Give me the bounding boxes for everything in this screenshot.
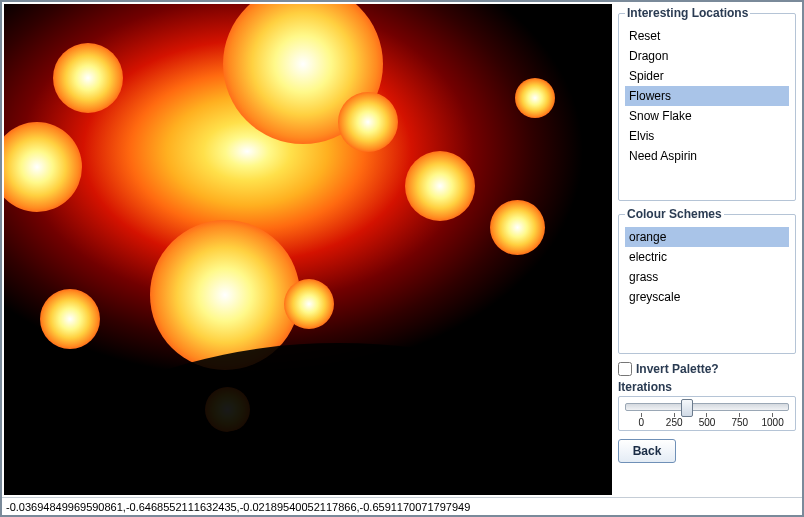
iterations-ticks: 02505007501000	[625, 413, 789, 428]
colour-item[interactable]: orange	[625, 227, 789, 247]
colour-item[interactable]: grass	[625, 267, 789, 287]
controls-block: Invert Palette? Iterations 0250500750100…	[618, 360, 796, 463]
fractal-glow	[284, 279, 334, 329]
location-item[interactable]: Snow Flake	[625, 106, 789, 126]
fractal-canvas[interactable]	[4, 4, 612, 495]
locations-group: Interesting Locations ResetDragonSpiderF…	[618, 6, 796, 201]
colours-listbox[interactable]: orangeelectricgrassgreyscale	[625, 227, 789, 347]
location-item[interactable]: Spider	[625, 66, 789, 86]
colours-title: Colour Schemes	[625, 207, 724, 221]
location-item[interactable]: Dragon	[625, 46, 789, 66]
invert-row: Invert Palette?	[618, 362, 796, 376]
iterations-slider[interactable]	[625, 403, 789, 411]
tick-label: 750	[723, 413, 756, 428]
back-button[interactable]: Back	[618, 439, 676, 463]
fractal-glow	[338, 92, 398, 152]
colour-item[interactable]: electric	[625, 247, 789, 267]
location-item[interactable]: Need Aspirin	[625, 146, 789, 166]
tick-label: 500	[691, 413, 724, 428]
fractal-glow	[53, 43, 123, 113]
tick-label: 0	[625, 413, 658, 428]
colour-item[interactable]: greyscale	[625, 287, 789, 307]
location-item[interactable]: Reset	[625, 26, 789, 46]
locations-title: Interesting Locations	[625, 6, 750, 20]
invert-label: Invert Palette?	[636, 362, 719, 376]
status-bar: -0.03694849969590861,-0.6468552111632435…	[2, 497, 802, 515]
fractal-glow	[490, 200, 545, 255]
fractal-glow	[4, 122, 82, 212]
invert-checkbox[interactable]	[618, 362, 632, 376]
fractal-glow	[515, 78, 555, 118]
iterations-slider-wrap: 02505007501000	[618, 396, 796, 431]
coordinates-readout: -0.03694849969590861,-0.6468552111632435…	[6, 501, 470, 513]
iterations-thumb[interactable]	[681, 399, 693, 417]
iterations-label: Iterations	[618, 380, 796, 394]
fractal-glow	[40, 289, 100, 349]
fractal-glow	[405, 151, 475, 221]
locations-listbox[interactable]: ResetDragonSpiderFlowersSnow FlakeElvisN…	[625, 26, 789, 194]
location-item[interactable]: Flowers	[625, 86, 789, 106]
app-window: Interesting Locations ResetDragonSpiderF…	[0, 0, 804, 517]
sidebar: Interesting Locations ResetDragonSpiderF…	[612, 2, 802, 497]
tick-label: 1000	[756, 413, 789, 428]
main-row: Interesting Locations ResetDragonSpiderF…	[2, 2, 802, 497]
location-item[interactable]: Elvis	[625, 126, 789, 146]
colours-group: Colour Schemes orangeelectricgrassgreysc…	[618, 207, 796, 354]
